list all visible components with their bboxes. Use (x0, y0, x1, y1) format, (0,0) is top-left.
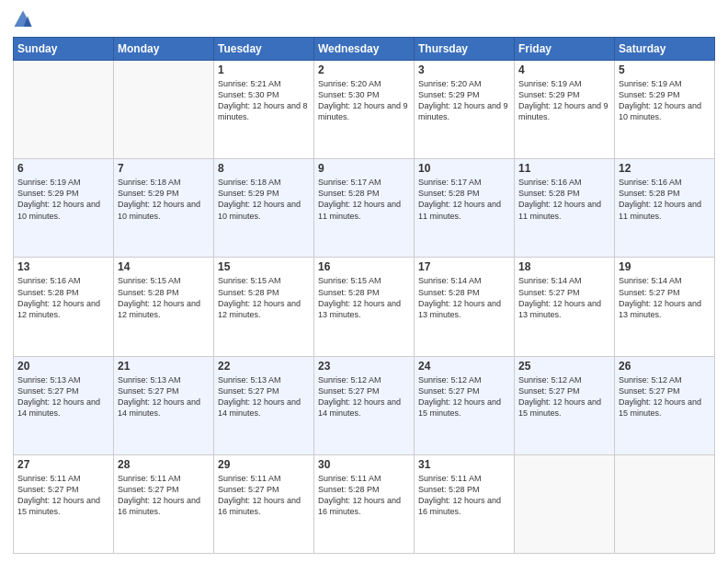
day-info: Sunrise: 5:11 AM Sunset: 5:27 PM Dayligh… (17, 473, 109, 518)
table-row: 30Sunrise: 5:11 AM Sunset: 5:28 PM Dayli… (314, 454, 415, 553)
table-row: 15Sunrise: 5:15 AM Sunset: 5:28 PM Dayli… (214, 258, 314, 356)
day-info: Sunrise: 5:18 AM Sunset: 5:29 PM Dayligh… (118, 177, 210, 222)
day-info: Sunrise: 5:18 AM Sunset: 5:29 PM Dayligh… (218, 177, 310, 222)
day-number: 31 (418, 458, 510, 471)
table-row: 18Sunrise: 5:14 AM Sunset: 5:27 PM Dayli… (515, 258, 615, 356)
table-row: 25Sunrise: 5:12 AM Sunset: 5:27 PM Dayli… (515, 356, 615, 454)
day-number: 9 (318, 162, 410, 175)
table-row: 12Sunrise: 5:16 AM Sunset: 5:28 PM Dayli… (615, 159, 715, 258)
day-info: Sunrise: 5:11 AM Sunset: 5:28 PM Dayligh… (418, 473, 510, 518)
table-row: 16Sunrise: 5:15 AM Sunset: 5:28 PM Dayli… (314, 258, 415, 356)
col-friday: Friday (515, 38, 615, 61)
col-monday: Monday (114, 38, 214, 61)
table-row: 22Sunrise: 5:13 AM Sunset: 5:27 PM Dayli… (214, 356, 314, 454)
day-number: 12 (619, 162, 711, 175)
day-number: 30 (318, 458, 410, 471)
day-info: Sunrise: 5:12 AM Sunset: 5:27 PM Dayligh… (619, 374, 711, 419)
day-info: Sunrise: 5:13 AM Sunset: 5:27 PM Dayligh… (218, 374, 310, 419)
table-row: 24Sunrise: 5:12 AM Sunset: 5:27 PM Dayli… (415, 356, 515, 454)
table-row: 31Sunrise: 5:11 AM Sunset: 5:28 PM Dayli… (415, 454, 515, 553)
day-number: 3 (418, 63, 510, 76)
table-row: 13Sunrise: 5:16 AM Sunset: 5:28 PM Dayli… (14, 258, 114, 356)
day-number: 27 (17, 458, 109, 471)
table-row: 7Sunrise: 5:18 AM Sunset: 5:29 PM Daylig… (114, 159, 214, 258)
day-number: 2 (318, 63, 410, 76)
table-row: 28Sunrise: 5:11 AM Sunset: 5:27 PM Dayli… (114, 454, 214, 553)
col-sunday: Sunday (14, 38, 114, 61)
day-number: 15 (218, 260, 310, 273)
table-row: 26Sunrise: 5:12 AM Sunset: 5:27 PM Dayli… (615, 356, 715, 454)
calendar-week-row: 13Sunrise: 5:16 AM Sunset: 5:28 PM Dayli… (14, 258, 715, 356)
table-row: 9Sunrise: 5:17 AM Sunset: 5:28 PM Daylig… (314, 159, 415, 258)
table-row: 23Sunrise: 5:12 AM Sunset: 5:27 PM Dayli… (314, 356, 415, 454)
col-wednesday: Wednesday (314, 38, 415, 61)
day-number: 25 (518, 360, 610, 373)
day-number: 8 (218, 162, 310, 175)
day-info: Sunrise: 5:13 AM Sunset: 5:27 PM Dayligh… (17, 374, 109, 419)
day-number: 21 (118, 360, 210, 373)
table-row: 29Sunrise: 5:11 AM Sunset: 5:27 PM Dayli… (214, 454, 314, 553)
day-number: 14 (118, 260, 210, 273)
day-info: Sunrise: 5:16 AM Sunset: 5:28 PM Dayligh… (518, 177, 610, 222)
day-info: Sunrise: 5:15 AM Sunset: 5:28 PM Dayligh… (118, 275, 210, 320)
day-number: 20 (17, 360, 109, 373)
calendar-week-row: 1Sunrise: 5:21 AM Sunset: 5:30 PM Daylig… (14, 61, 715, 159)
day-number: 1 (218, 63, 310, 76)
calendar-week-row: 6Sunrise: 5:19 AM Sunset: 5:29 PM Daylig… (14, 159, 715, 258)
table-row: 20Sunrise: 5:13 AM Sunset: 5:27 PM Dayli… (14, 356, 114, 454)
table-row (114, 61, 214, 159)
day-number: 16 (318, 260, 410, 273)
day-info: Sunrise: 5:11 AM Sunset: 5:27 PM Dayligh… (118, 473, 210, 518)
day-info: Sunrise: 5:14 AM Sunset: 5:28 PM Dayligh… (418, 275, 510, 320)
header (13, 9, 715, 29)
day-info: Sunrise: 5:19 AM Sunset: 5:29 PM Dayligh… (17, 177, 109, 222)
col-saturday: Saturday (615, 38, 715, 61)
day-info: Sunrise: 5:11 AM Sunset: 5:28 PM Dayligh… (318, 473, 410, 518)
day-info: Sunrise: 5:14 AM Sunset: 5:27 PM Dayligh… (619, 275, 711, 320)
table-row: 17Sunrise: 5:14 AM Sunset: 5:28 PM Dayli… (415, 258, 515, 356)
day-number: 10 (418, 162, 510, 175)
table-row: 21Sunrise: 5:13 AM Sunset: 5:27 PM Dayli… (114, 356, 214, 454)
day-info: Sunrise: 5:16 AM Sunset: 5:28 PM Dayligh… (619, 177, 711, 222)
day-number: 24 (418, 360, 510, 373)
day-number: 18 (518, 260, 610, 273)
day-info: Sunrise: 5:21 AM Sunset: 5:30 PM Dayligh… (218, 78, 310, 123)
day-info: Sunrise: 5:19 AM Sunset: 5:29 PM Dayligh… (619, 78, 711, 123)
day-number: 17 (418, 260, 510, 273)
day-number: 7 (118, 162, 210, 175)
day-number: 4 (518, 63, 610, 76)
day-number: 23 (318, 360, 410, 373)
col-thursday: Thursday (415, 38, 515, 61)
table-row: 4Sunrise: 5:19 AM Sunset: 5:29 PM Daylig… (515, 61, 615, 159)
day-number: 26 (619, 360, 711, 373)
logo-icon (13, 9, 33, 29)
day-info: Sunrise: 5:13 AM Sunset: 5:27 PM Dayligh… (118, 374, 210, 419)
day-number: 13 (17, 260, 109, 273)
calendar-week-row: 27Sunrise: 5:11 AM Sunset: 5:27 PM Dayli… (14, 454, 715, 553)
table-row: 3Sunrise: 5:20 AM Sunset: 5:29 PM Daylig… (415, 61, 515, 159)
day-number: 28 (118, 458, 210, 471)
day-number: 22 (218, 360, 310, 373)
day-info: Sunrise: 5:20 AM Sunset: 5:30 PM Dayligh… (318, 78, 410, 123)
day-number: 11 (518, 162, 610, 175)
table-row (515, 454, 615, 553)
day-info: Sunrise: 5:17 AM Sunset: 5:28 PM Dayligh… (318, 177, 410, 222)
day-info: Sunrise: 5:12 AM Sunset: 5:27 PM Dayligh… (418, 374, 510, 419)
calendar-header-row: Sunday Monday Tuesday Wednesday Thursday… (14, 38, 715, 61)
day-info: Sunrise: 5:19 AM Sunset: 5:29 PM Dayligh… (518, 78, 610, 123)
day-info: Sunrise: 5:20 AM Sunset: 5:29 PM Dayligh… (418, 78, 510, 123)
day-info: Sunrise: 5:12 AM Sunset: 5:27 PM Dayligh… (518, 374, 610, 419)
calendar-week-row: 20Sunrise: 5:13 AM Sunset: 5:27 PM Dayli… (14, 356, 715, 454)
table-row: 5Sunrise: 5:19 AM Sunset: 5:29 PM Daylig… (615, 61, 715, 159)
table-row: 2Sunrise: 5:20 AM Sunset: 5:30 PM Daylig… (314, 61, 415, 159)
table-row: 27Sunrise: 5:11 AM Sunset: 5:27 PM Dayli… (14, 454, 114, 553)
table-row: 1Sunrise: 5:21 AM Sunset: 5:30 PM Daylig… (214, 61, 314, 159)
day-info: Sunrise: 5:14 AM Sunset: 5:27 PM Dayligh… (518, 275, 610, 320)
day-number: 6 (17, 162, 109, 175)
table-row: 14Sunrise: 5:15 AM Sunset: 5:28 PM Dayli… (114, 258, 214, 356)
calendar-table: Sunday Monday Tuesday Wednesday Thursday… (13, 37, 715, 554)
day-info: Sunrise: 5:17 AM Sunset: 5:28 PM Dayligh… (418, 177, 510, 222)
day-info: Sunrise: 5:12 AM Sunset: 5:27 PM Dayligh… (318, 374, 410, 419)
day-info: Sunrise: 5:16 AM Sunset: 5:28 PM Dayligh… (17, 275, 109, 320)
col-tuesday: Tuesday (214, 38, 314, 61)
